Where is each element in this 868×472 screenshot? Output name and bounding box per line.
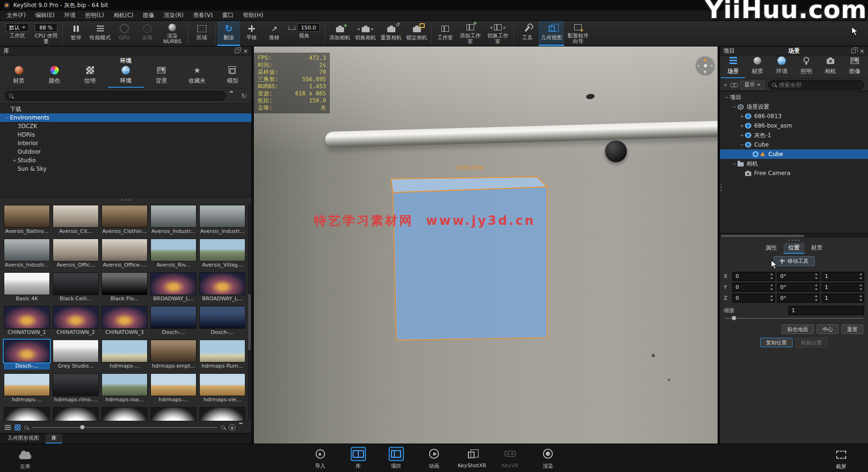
menu-item[interactable]: 照明(L) [80,10,109,20]
expander-icon[interactable]: − [731,104,737,110]
ribbon-button[interactable]: KeyShotXR [457,447,487,470]
environment-thumbnail[interactable] [4,407,50,421]
environment-thumbnail[interactable]: Black Ceili... [53,272,99,302]
workspace-combo[interactable]: 默认 [6,23,29,32]
close-icon[interactable]: × [243,48,248,54]
action-button[interactable]: 重置 [841,324,863,334]
spinner-icon[interactable] [814,273,818,279]
project-tab[interactable]: 相机 [818,56,842,78]
thumbnail-size-slider[interactable] [32,427,217,428]
undock-icon[interactable] [851,49,856,53]
environment-thumbnail[interactable]: Aversis_Clothin... [102,205,148,235]
upload-icon[interactable]: ▲ [229,424,235,431]
project-tab[interactable]: 场景 [721,56,745,78]
spinner-icon[interactable] [769,273,774,279]
tree-item[interactable]: Outdoor [0,148,252,156]
translate-field[interactable]: 0 [732,272,775,281]
workspace-selector[interactable]: 默认 工作区 [3,21,32,46]
scene-tree-item[interactable]: Free Camera [720,168,868,178]
toolbar-button[interactable]: 翻滚 [217,21,240,46]
chevrons-icon[interactable]: » [724,82,727,88]
expander-icon[interactable]: − [731,161,737,167]
environment-thumbnail[interactable] [150,407,196,421]
scene-tree-item[interactable]: −项目 [720,93,868,102]
bottom-tab[interactable]: 几何图形视图 [2,434,45,444]
fov-field[interactable]: 150.0 [297,23,320,32]
scene-search-input[interactable] [779,82,860,88]
environment-thumbnail[interactable]: Aversis_Riv... [150,239,196,268]
cpu-usage-field[interactable]: 88 % [35,23,57,32]
cpu-usage-control[interactable]: 88 % CPU 使用量 [32,21,60,46]
environment-thumbnail[interactable]: Aversis_Villag... [199,239,245,268]
environment-thumbnail[interactable]: hdrmaps-vie... [199,373,245,403]
scale-field[interactable]: 1 [821,283,864,292]
environment-thumbnail[interactable]: Dosch-... [199,306,245,336]
toolbar-button[interactable]: 暂停 [65,21,87,46]
toolbar-button[interactable]: 平移 [240,21,263,46]
menu-item[interactable]: 相机(C) [109,10,138,20]
project-tab[interactable]: 环境 [770,56,794,78]
object-subtab[interactable]: 属性 [761,243,782,254]
environment-thumbnail[interactable]: hdrmaps-... [4,373,50,403]
toolbar-button[interactable]: 去噪 [136,21,159,46]
compass-center[interactable] [704,64,707,67]
environment-thumbnail[interactable]: hdrmaps-flum... [199,340,245,370]
spinner-icon[interactable] [859,273,863,279]
environment-thumbnail[interactable]: Aversis_Bathro... [4,205,50,235]
toolbar-button[interactable]: 工具 [516,21,539,46]
environment-thumbnail[interactable]: CHINATOWN_1 [4,306,50,336]
library-tab[interactable]: 模型 [215,65,251,88]
environment-thumbnail[interactable]: CHINATOWN_3 [102,306,148,336]
expander-icon[interactable]: + [739,123,745,129]
menu-item[interactable]: 编辑(E) [30,10,59,20]
library-tab[interactable]: 纹理 [72,65,108,88]
realtime-3d-viewport[interactable]: 3885806 FPS:472.3时间:2s采样值:70三角形:556,695N… [254,46,718,444]
splitter-handle[interactable] [720,238,868,242]
folder-icon[interactable] [239,424,247,431]
thumbnail-scrollbar[interactable] [248,204,251,419]
environment-thumbnail[interactable]: Basic 4K [4,272,50,302]
action-button[interactable]: 贴合地面 [782,324,814,334]
environment-thumbnail[interactable]: Aversis_Industr... [150,205,196,235]
copy-paste-button[interactable]: 粘贴位置 [795,338,828,347]
environment-thumbnail[interactable]: hdrmaps-... [102,340,148,370]
action-button[interactable]: 中心 [817,324,839,334]
toolbar-button[interactable]: 性能模式 [87,21,113,46]
ribbon-button[interactable]: KeyVR [495,447,525,470]
library-tab[interactable]: 环境 [108,65,143,88]
toolbar-button[interactable]: 几何视图 [539,21,564,46]
expander-icon[interactable]: − [4,115,10,120]
toolbar-button[interactable]: 工作室 [434,21,457,46]
undock-icon[interactable] [235,49,239,53]
environment-thumbnail[interactable]: BROADWAY_L... [199,272,245,302]
close-icon[interactable]: × [859,48,865,54]
display-filter-button[interactable]: 显示 [740,81,765,89]
compass-up-icon[interactable]: ▲ [703,57,707,62]
spinner-icon[interactable] [859,284,863,290]
uniform-scale-slider[interactable] [720,315,868,322]
spinner-icon[interactable] [814,295,818,301]
environment-thumbnail[interactable]: Black Flo... [102,272,148,302]
spinner-icon[interactable] [859,295,863,301]
fov-control[interactable]: 150.0 视角 [286,21,323,46]
scene-search-box[interactable] [768,80,864,90]
library-tab[interactable]: 材质 [1,65,37,88]
rotate-field[interactable]: 0° [777,294,820,303]
object-subtab[interactable]: 位置 [784,243,804,254]
tree-item[interactable]: 3DCZK [0,122,252,130]
tree-item[interactable]: Sun & Sky [0,165,252,173]
ribbon-button[interactable]: 动画 [420,447,449,470]
tree-item[interactable]: HDRIs [0,130,252,139]
expander-icon[interactable]: − [724,95,730,100]
menu-item[interactable]: 窗口 [217,10,238,20]
scene-tree-item[interactable]: +686-0813 [720,111,868,121]
slider-handle[interactable] [80,425,84,429]
project-tab[interactable]: 材质 [745,56,769,78]
scrollbar-handle[interactable] [721,235,804,237]
refresh-icon[interactable] [241,93,247,99]
toolbar-button[interactable]: 添加工作室 [457,21,484,46]
panel-splitter-dots[interactable] [720,184,722,191]
project-tab[interactable]: 图像 [843,56,867,78]
scene-tree-hscrollbar[interactable] [720,233,868,238]
tree-item[interactable]: 下载 [0,105,252,113]
